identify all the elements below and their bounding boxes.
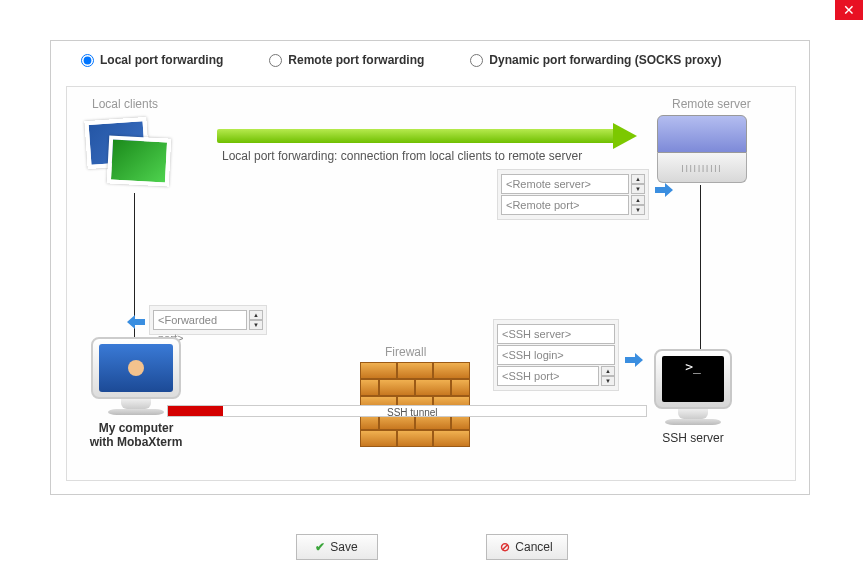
arrow-left-icon [127, 315, 145, 329]
radio-dynamic-input[interactable] [470, 54, 483, 67]
close-button[interactable]: ✕ [835, 0, 863, 20]
remote-port-field[interactable]: <Remote port> [501, 195, 629, 215]
arrow-caption: Local port forwarding: connection from l… [222, 149, 582, 163]
ssh-server-field[interactable]: <SSH server> [497, 324, 615, 344]
my-computer-label-2: with MobaXterm [81, 435, 191, 449]
forwarded-port-field[interactable]: <Forwarded port> [153, 310, 247, 330]
forwarded-port-group: <Forwarded port> ▲ ▼ [149, 305, 267, 335]
dialog-frame: Local port forwarding Remote port forwar… [50, 40, 810, 495]
radio-remote[interactable]: Remote port forwarding [269, 53, 424, 67]
cancel-icon: ⊘ [500, 540, 510, 554]
ssh-port-field[interactable]: <SSH port> [497, 366, 599, 386]
radio-dynamic[interactable]: Dynamic port forwarding (SOCKS proxy) [470, 53, 721, 67]
save-button-label: Save [330, 540, 357, 554]
cancel-button[interactable]: ⊘ Cancel [486, 534, 568, 560]
local-clients-icon [82, 115, 182, 195]
remote-port-spin[interactable]: ▲ ▼ [631, 195, 645, 215]
remote-server-field[interactable]: <Remote server> [501, 174, 629, 194]
radio-remote-input[interactable] [269, 54, 282, 67]
remote-server-label: Remote server [672, 97, 751, 111]
save-button[interactable]: ✔ Save [296, 534, 378, 560]
radio-local[interactable]: Local port forwarding [81, 53, 223, 67]
flow-arrow-icon [217, 125, 637, 147]
arrow-right-icon [655, 183, 673, 197]
ssh-tunnel-label: SSH tunnel [387, 407, 438, 418]
cancel-button-label: Cancel [515, 540, 552, 554]
ssh-port-spin[interactable]: ▲ ▼ [601, 366, 615, 386]
radio-remote-label: Remote port forwarding [288, 53, 424, 67]
spin-down-icon[interactable]: ▼ [631, 184, 645, 194]
remote-server-icon: |||||||||| [657, 115, 747, 185]
remote-server-spin[interactable]: ▲ ▼ [631, 174, 645, 194]
arrow-right-icon [625, 353, 643, 367]
spin-down-icon[interactable]: ▼ [631, 205, 645, 215]
spin-down-icon[interactable]: ▼ [601, 376, 615, 386]
ssh-server-label: SSH server [643, 431, 743, 445]
dialog-buttons: ✔ Save ⊘ Cancel [0, 534, 863, 560]
local-clients-label: Local clients [92, 97, 158, 111]
spin-down-icon[interactable]: ▼ [249, 320, 263, 330]
ssh-login-field[interactable]: <SSH login> [497, 345, 615, 365]
spin-up-icon[interactable]: ▲ [249, 310, 263, 320]
radio-local-input[interactable] [81, 54, 94, 67]
my-computer-label-1: My computer [81, 421, 191, 435]
my-computer-icon: My computer with MobaXterm [81, 337, 191, 449]
radio-dynamic-label: Dynamic port forwarding (SOCKS proxy) [489, 53, 721, 67]
check-icon: ✔ [315, 540, 325, 554]
remote-fields-group: <Remote server> ▲ ▼ <Remote port> ▲ ▼ [497, 169, 649, 220]
mode-radio-row: Local port forwarding Remote port forwar… [51, 41, 809, 79]
diagram-panel: Local clients Remote server |||||||||| L… [66, 86, 796, 481]
connector-line [700, 185, 701, 355]
spin-up-icon[interactable]: ▲ [601, 366, 615, 376]
terminal-prompt: >_ [662, 356, 724, 402]
forwarded-port-spin[interactable]: ▲ ▼ [249, 310, 263, 330]
radio-local-label: Local port forwarding [100, 53, 223, 67]
spin-up-icon[interactable]: ▲ [631, 195, 645, 205]
firewall-label: Firewall [385, 345, 426, 359]
spin-up-icon[interactable]: ▲ [631, 174, 645, 184]
ssh-server-icon: >_ SSH server [643, 349, 743, 445]
ssh-fields-group: <SSH server> <SSH login> <SSH port> ▲ ▼ [493, 319, 619, 391]
